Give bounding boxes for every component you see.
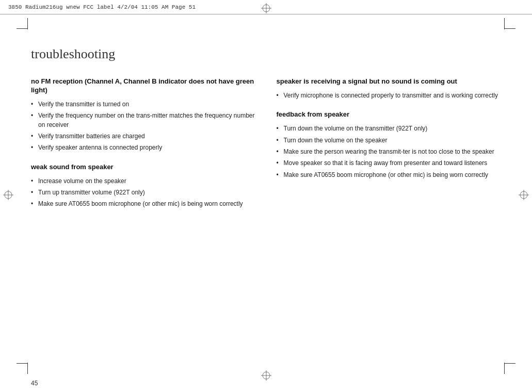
reg-mark-bottom: [261, 370, 271, 383]
page-title: troubleshooting: [31, 46, 501, 62]
left-column: no FM reception (Channel A, Channel B in…: [31, 77, 256, 364]
page-number: 45: [31, 380, 38, 387]
trim-mark-tr-v: [504, 18, 505, 29]
section-heading-weak-sound: weak sound from speaker: [31, 163, 256, 172]
bullet-list-feedback: Turn down the volume on the transmitter …: [277, 124, 502, 179]
columns: no FM reception (Channel A, Channel B in…: [31, 77, 501, 364]
reg-mark-left: [3, 190, 13, 202]
bullet-list-no-fm: Verify the transmitter is turned on Veri…: [31, 100, 256, 153]
trim-mark-br-v: [504, 363, 505, 374]
list-item: Turn down the volume on the transmitter …: [277, 124, 502, 133]
section-weak-sound: weak sound from speaker Increase volume …: [31, 163, 256, 209]
bullet-list-speaker-signal: Verify microphone is connected properly …: [277, 91, 502, 100]
section-heading-no-fm: no FM reception (Channel A, Channel B in…: [31, 77, 256, 95]
list-item: Verify the frequency number on the trans…: [31, 111, 256, 129]
bullet-list-weak-sound: Increase volume on the speaker Turn up t…: [31, 177, 256, 209]
trim-mark-bl-h: [17, 363, 28, 364]
trim-mark-tr-h: [504, 28, 515, 29]
list-item: Move speaker so that it is facing away f…: [277, 159, 502, 168]
trim-mark-bl-v: [27, 363, 28, 374]
list-item: Verify microphone is connected properly …: [277, 91, 502, 100]
right-column: speaker is receiving a signal but no sou…: [277, 77, 502, 364]
trim-mark-tl-h: [17, 28, 28, 29]
reg-mark-top: [261, 3, 271, 15]
reg-mark-right: [519, 190, 529, 202]
list-item: Make sure the person wearing the transmi…: [277, 148, 502, 156]
list-item: Make sure AT0655 boom microphone (or oth…: [277, 171, 502, 179]
section-feedback-speaker: feedback from speaker Turn down the volu…: [277, 110, 502, 179]
section-no-fm-reception: no FM reception (Channel A, Channel B in…: [31, 77, 256, 153]
trim-mark-tl-v: [27, 18, 28, 29]
list-item: Turn up transmitter volume (922T only): [31, 188, 256, 197]
section-heading-feedback: feedback from speaker: [277, 110, 502, 119]
list-item: Verify transmitter batteries are charged: [31, 132, 256, 141]
list-item: Verify the transmitter is turned on: [31, 100, 256, 109]
trim-mark-br-h: [504, 363, 515, 364]
list-item: Verify speaker antenna is connected prop…: [31, 143, 256, 152]
list-item: Increase volume on the speaker: [31, 177, 256, 186]
section-heading-speaker-signal: speaker is receiving a signal but no sou…: [277, 77, 502, 86]
section-speaker-signal: speaker is receiving a signal but no sou…: [277, 77, 502, 100]
page-content: troubleshooting no FM reception (Channel…: [31, 31, 501, 364]
list-item: Turn down the volume on the speaker: [277, 136, 502, 145]
list-item: Make sure AT0655 boom microphone (or oth…: [31, 200, 256, 208]
header-text: 3850 Radium216ug wnew FCC label 4/2/04 1…: [8, 4, 196, 10]
